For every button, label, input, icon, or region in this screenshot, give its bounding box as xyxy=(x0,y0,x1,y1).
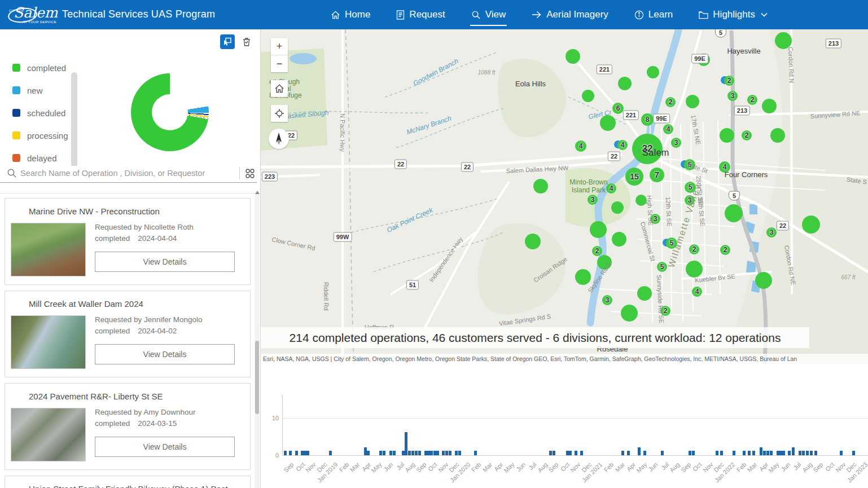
point-marker[interactable] xyxy=(618,77,632,90)
chart-bar[interactable] xyxy=(743,451,746,455)
cluster-marker-4[interactable]: 4 xyxy=(617,140,628,150)
cluster-marker-2[interactable]: 2 xyxy=(665,97,676,107)
card-thumbnail[interactable] xyxy=(11,408,86,461)
legend-scrollbar[interactable] xyxy=(71,72,77,170)
nav-item-learn[interactable]: Learn xyxy=(625,0,682,29)
cluster-marker-5[interactable]: 5 xyxy=(657,262,667,272)
cluster-marker-4[interactable]: 4 xyxy=(663,124,673,134)
chart-bar[interactable] xyxy=(379,451,382,455)
cluster-marker-4[interactable]: 4 xyxy=(606,183,616,194)
chart-bar[interactable] xyxy=(449,451,451,455)
point-marker[interactable] xyxy=(575,269,591,285)
nav-item-home[interactable]: Home xyxy=(322,0,379,29)
point-marker[interactable] xyxy=(686,261,703,278)
cluster-marker-3[interactable]: 3 xyxy=(727,91,738,101)
chart-bar[interactable] xyxy=(810,451,813,455)
zoom-out-button[interactable]: − xyxy=(271,55,288,72)
nav-item-aerial-imagery[interactable]: Aerial Imagery xyxy=(523,0,617,29)
point-marker[interactable] xyxy=(755,272,772,289)
compass-icon[interactable] xyxy=(269,129,289,149)
legend-item-scheduled[interactable]: scheduled xyxy=(12,102,69,124)
chart-bar[interactable] xyxy=(763,451,766,455)
cluster-marker-15[interactable]: 15 xyxy=(625,168,643,186)
point-marker[interactable] xyxy=(686,95,699,108)
point-marker[interactable] xyxy=(612,232,626,247)
chart-bar[interactable] xyxy=(295,451,298,455)
cluster-marker-2[interactable]: 2 xyxy=(720,245,730,255)
chart-bar[interactable] xyxy=(799,451,801,455)
chart-bar[interactable] xyxy=(575,451,577,455)
point-marker[interactable] xyxy=(621,305,638,322)
legend-item-processing[interactable]: processing xyxy=(12,124,69,147)
chart-bar[interactable] xyxy=(442,451,445,455)
chart-bar[interactable] xyxy=(766,451,769,455)
chart-bar[interactable] xyxy=(458,451,461,455)
chart-bar[interactable] xyxy=(627,451,630,455)
cluster-marker-4[interactable]: 4 xyxy=(575,140,586,152)
chart-bar[interactable] xyxy=(329,451,332,455)
map-canvas[interactable]: 23268244323421575443353325225432 2222322… xyxy=(261,29,868,364)
chart-bar[interactable] xyxy=(752,451,755,455)
card-thumbnail[interactable] xyxy=(11,315,86,369)
chart-bar[interactable] xyxy=(408,451,411,455)
chart-bar[interactable] xyxy=(643,451,646,455)
point-marker[interactable] xyxy=(802,216,820,234)
point-marker[interactable] xyxy=(720,128,734,143)
point-marker[interactable] xyxy=(565,49,580,64)
chart-bar[interactable] xyxy=(638,447,641,455)
chart-bar[interactable] xyxy=(393,451,396,455)
chart-bar[interactable] xyxy=(383,451,385,455)
chart-bar[interactable] xyxy=(621,451,624,455)
chart-bar[interactable] xyxy=(733,451,735,455)
select-features-button[interactable] xyxy=(220,34,235,49)
chart-bar[interactable] xyxy=(405,432,407,455)
cluster-marker-2[interactable]: 2 xyxy=(724,76,734,86)
locate-button[interactable] xyxy=(271,105,288,122)
chart-bar[interactable] xyxy=(430,451,433,455)
cluster-marker-3[interactable]: 3 xyxy=(588,195,598,205)
point-marker[interactable] xyxy=(647,66,659,78)
chart-bar[interactable] xyxy=(289,451,292,455)
chart-bar[interactable] xyxy=(840,451,843,455)
chart-bar[interactable] xyxy=(445,451,448,455)
chart-bar[interactable] xyxy=(580,451,583,455)
point-marker[interactable] xyxy=(582,90,594,102)
point-marker[interactable] xyxy=(770,128,785,143)
chart-bar[interactable] xyxy=(788,451,791,455)
cluster-marker-8[interactable]: 8 xyxy=(641,113,654,126)
cards-scrollbar[interactable] xyxy=(255,194,260,488)
chart-bar[interactable] xyxy=(569,451,572,455)
point-marker[interactable] xyxy=(635,195,647,206)
home-extent-button[interactable] xyxy=(271,80,288,97)
chart-bar[interactable] xyxy=(760,447,762,455)
chart-bar[interactable] xyxy=(367,451,370,455)
zoom-in-button[interactable]: + xyxy=(271,38,288,55)
cluster-marker-2[interactable]: 2 xyxy=(592,246,602,256)
nav-item-request[interactable]: Request xyxy=(387,0,454,29)
point-marker[interactable] xyxy=(590,221,607,238)
chart-bar[interactable] xyxy=(748,451,751,455)
cluster-marker-3[interactable]: 3 xyxy=(602,295,612,305)
legend-item-completed[interactable]: completed xyxy=(12,56,69,79)
grid-view-icon[interactable] xyxy=(245,168,255,182)
chart-bar[interactable] xyxy=(553,451,555,455)
clear-selection-trash-icon[interactable] xyxy=(239,34,254,49)
cluster-marker-2[interactable]: 2 xyxy=(747,95,757,105)
cards-scroll-thumb[interactable] xyxy=(255,341,259,414)
search-input[interactable] xyxy=(20,166,229,181)
card-thumbnail[interactable] xyxy=(11,223,86,276)
chart-bar[interactable] xyxy=(549,451,552,455)
cluster-marker-2[interactable]: 2 xyxy=(742,130,752,140)
legend-item-new[interactable]: new xyxy=(12,79,69,102)
chart-bar[interactable] xyxy=(792,447,795,455)
point-marker[interactable] xyxy=(525,234,541,249)
chart-bar[interactable] xyxy=(720,451,723,455)
point-marker[interactable] xyxy=(533,179,548,194)
point-marker[interactable] xyxy=(637,286,652,301)
nav-item-highlights[interactable]: Highlights xyxy=(690,0,777,29)
nav-item-view[interactable]: View xyxy=(462,0,515,29)
chart-bar[interactable] xyxy=(782,451,785,455)
chart-bar[interactable] xyxy=(415,451,418,455)
chart-bar[interactable] xyxy=(689,451,691,455)
chart-bar[interactable] xyxy=(436,451,439,455)
